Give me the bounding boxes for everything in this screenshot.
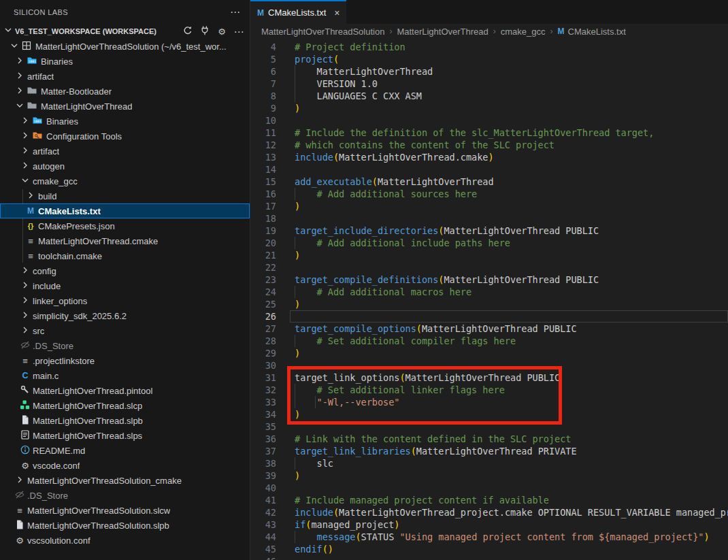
tree-item-matter-bootloader[interactable]: Matter-Bootloader xyxy=(0,84,250,99)
code-line-14[interactable]: 14 xyxy=(250,163,728,176)
tree-item-include[interactable]: include xyxy=(0,278,250,293)
chevron-right-icon[interactable] xyxy=(14,70,26,82)
code-line-19[interactable]: 19target_include_directories(MatterLight… xyxy=(250,225,728,237)
launcher-button[interactable] xyxy=(199,26,210,37)
tree-item-src[interactable]: src xyxy=(0,323,250,338)
code-line-36[interactable]: 36# Link with the content defined in the… xyxy=(250,433,728,445)
close-tab-icon[interactable]: × xyxy=(334,7,340,18)
code-line-4[interactable]: 4# Project definition xyxy=(250,41,728,53)
code-line-40[interactable]: 40 xyxy=(250,482,728,494)
breadcrumb-item[interactable]: MatterLightOverThreadSolution xyxy=(261,27,384,37)
code-line-34[interactable]: 34) xyxy=(250,408,728,421)
tree-item-binaries[interactable]: 1001Binaries xyxy=(0,54,250,69)
tree-item-matterlightoverthreadsolution-slcw[interactable]: ≡MatterLightOverThreadSolution.slcw xyxy=(0,503,250,518)
code-line-29[interactable]: 29) xyxy=(250,347,728,359)
code-line-32[interactable]: 32 # Set additional linker flags here xyxy=(250,384,728,396)
tree-item-matterlightoverthread[interactable]: MatterLightOverThread xyxy=(0,99,250,114)
code-line-46[interactable]: 46 xyxy=(250,555,728,560)
tree-item-main-c[interactable]: Cmain.c xyxy=(0,368,250,383)
code-line-17[interactable]: 17) xyxy=(250,200,728,212)
code-line-24[interactable]: 24 # Add additional macros here xyxy=(250,286,728,298)
code-line-11[interactable]: 11# Include the definition of the slc_Ma… xyxy=(250,127,728,139)
breadcrumb-item[interactable]: cmake_gcc xyxy=(501,27,546,37)
code-line-33[interactable]: 33 "-Wl,--verbose" xyxy=(250,396,728,408)
code-line-10[interactable]: 10 xyxy=(250,114,728,127)
tree-item-matterlightoverthreadsolution-v6-test-wor[interactable]: MatterLightOverThreadSolution (~/v6_test… xyxy=(0,39,250,54)
tree-item-matterlightoverthread-cmake[interactable]: ≡MatterLightOverThread.cmake xyxy=(0,233,250,248)
breadcrumb-item[interactable]: MatterLightOverThread xyxy=(397,27,488,37)
chevron-right-icon[interactable] xyxy=(14,55,26,67)
tree-item-vscsolution-conf[interactable]: ⚙vscsolution.conf xyxy=(0,533,250,548)
code-line-6[interactable]: 6 MatterLightOverThread xyxy=(250,65,728,78)
tree-item-artifact[interactable]: artifact xyxy=(0,144,250,159)
code-line-7[interactable]: 7 VERSION 1.0 xyxy=(250,78,728,90)
code-line-43[interactable]: 43if(managed_project) xyxy=(250,518,728,531)
code-line-8[interactable]: 8 LANGUAGES C CXX ASM xyxy=(250,90,728,102)
tree-item-cmakepresets-json[interactable]: {}CMakePresets.json xyxy=(0,218,250,233)
tree-item-matterlightoverthread-slpb[interactable]: MatterLightOverThread.slpb xyxy=(0,413,250,428)
chevron-right-icon[interactable] xyxy=(19,130,31,142)
code-line-26[interactable]: 26 xyxy=(250,310,728,323)
tree-item-ds-store[interactable]: .DS_Store xyxy=(0,338,250,353)
chevron-right-icon[interactable] xyxy=(19,160,31,172)
code-line-37[interactable]: 37target_link_libraries(MatterLightOverT… xyxy=(250,445,728,457)
chevron-right-icon[interactable] xyxy=(24,190,37,202)
tree-item-matterlightoverthreadsolution-slpb[interactable]: MatterLightOverThreadSolution.slpb xyxy=(0,518,250,533)
code-line-5[interactable]: 5project( xyxy=(250,53,728,65)
refresh-button[interactable] xyxy=(182,26,193,37)
code-line-25[interactable]: 25) xyxy=(250,298,728,310)
tree-item-matterlightoverthreadsolution-cmake[interactable]: MatterLightOverThreadSolution_cmake xyxy=(0,473,250,488)
tree-item-matterlightoverthread-pintool[interactable]: MatterLightOverThread.pintool xyxy=(0,383,250,398)
chevron-right-icon[interactable] xyxy=(19,280,31,292)
code-line-21[interactable]: 21) xyxy=(250,249,728,261)
tree-item-artifact[interactable]: artifact xyxy=(0,69,250,84)
code-line-30[interactable]: 30 xyxy=(250,359,728,372)
tree-item-ds-store[interactable]: .DS_Store xyxy=(0,488,250,503)
chevron-right-icon[interactable] xyxy=(14,474,26,487)
tree-item-config[interactable]: config xyxy=(0,263,250,278)
code-line-44[interactable]: 44 message(STATUS "Using managed project… xyxy=(250,531,728,543)
code-line-15[interactable]: 15add_executable(MatterLightOverThread xyxy=(250,176,728,188)
tree-item-toolchain-cmake[interactable]: ≡toolchain.cmake xyxy=(0,248,250,263)
more-actions-button[interactable]: ⋯ xyxy=(233,26,244,37)
tab-cmakelists[interactable]: M CMakeLists.txt × xyxy=(250,0,346,24)
chevron-right-icon[interactable] xyxy=(14,85,26,97)
code-line-22[interactable]: 22 xyxy=(250,261,728,274)
code-line-13[interactable]: 13include(MatterLightOverThread.cmake) xyxy=(250,151,728,163)
tree-item-simplicity-sdk-2025-6-2[interactable]: simplicity_sdk_2025.6.2 xyxy=(0,308,250,323)
code-line-12[interactable]: 12# which contains the content of the SL… xyxy=(250,139,728,151)
chevron-right-icon[interactable] xyxy=(19,115,31,127)
code-line-45[interactable]: 45endif() xyxy=(250,543,728,555)
chevron-down-icon[interactable] xyxy=(19,175,31,187)
tree-item-matterlightoverthread-slps[interactable]: MatterLightOverThread.slps xyxy=(0,428,250,443)
code-line-27[interactable]: 27target_compile_options(MatterLightOver… xyxy=(250,323,728,335)
chevron-right-icon[interactable] xyxy=(19,265,31,277)
code-line-42[interactable]: 42include(MatterLightOverThread_project.… xyxy=(250,506,728,518)
chevron-right-icon[interactable] xyxy=(19,310,31,322)
chevron-down-icon[interactable] xyxy=(8,40,20,52)
panel-more-actions-icon[interactable]: ⋯ xyxy=(230,7,240,17)
code-area[interactable]: 4# Project definition5project(6 MatterLi… xyxy=(250,39,728,560)
code-line-9[interactable]: 9) xyxy=(250,102,728,114)
settings-button[interactable]: ⚙ xyxy=(216,26,227,37)
tree-item-cmakelists-txt[interactable]: MCMakeLists.txt xyxy=(0,203,250,218)
chevron-right-icon[interactable] xyxy=(19,145,31,157)
code-line-20[interactable]: 20 # Add additional include paths here xyxy=(250,237,728,249)
code-line-28[interactable]: 28 # Set additional compiler flags here xyxy=(250,335,728,347)
tree-item-binaries[interactable]: 1001Binaries xyxy=(0,114,250,129)
chevron-down-icon[interactable] xyxy=(14,100,26,112)
chevron-right-icon[interactable] xyxy=(19,295,31,307)
code-line-18[interactable]: 18 xyxy=(250,212,728,225)
code-line-41[interactable]: 41# Include managed project content if a… xyxy=(250,494,728,506)
tree-item-matterlightoverthread-slcp[interactable]: MatterLightOverThread.slcp xyxy=(0,398,250,413)
code-line-31[interactable]: 31target_link_options(MatterLightOverThr… xyxy=(250,372,728,384)
breadcrumb-item[interactable]: MCMakeLists.txt xyxy=(558,27,626,37)
tree-item-readme-md[interactable]: README.md xyxy=(0,443,250,458)
chevron-right-icon[interactable] xyxy=(19,325,31,337)
tree-item-configuration-tools[interactable]: Configuration Tools xyxy=(0,129,250,144)
tree-item-autogen[interactable]: autogen xyxy=(0,159,250,174)
chevron-down-icon[interactable] xyxy=(3,24,14,38)
code-line-35[interactable]: 35 xyxy=(250,421,728,433)
tree-item-vscode-conf[interactable]: ⚙vscode.conf xyxy=(0,458,250,473)
code-line-16[interactable]: 16 # Add additional sources here xyxy=(250,188,728,200)
